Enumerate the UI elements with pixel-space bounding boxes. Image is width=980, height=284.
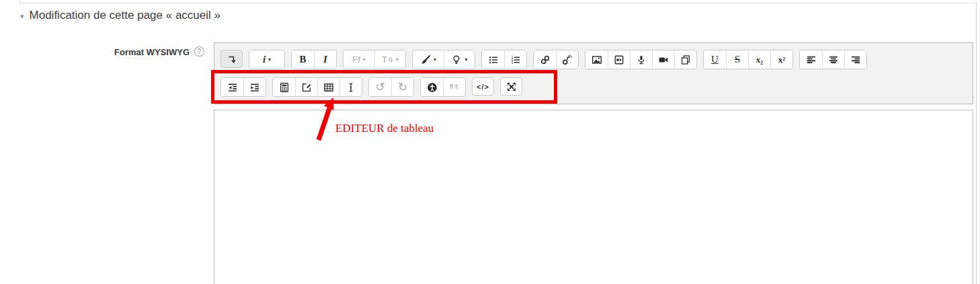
strikethrough-button[interactable]: S [726,50,748,69]
align-left-icon [806,55,817,65]
section-title: Modification de cette page « accueil » [30,9,220,22]
toolbar-row-1: i ▾ B I Ff ▾ T ⇅ ▾ [220,50,967,69]
highlight-color-button[interactable]: ▾ [444,50,475,69]
toolbar-toggle-icon [227,54,237,65]
edit-button[interactable] [295,78,317,96]
underline-button[interactable]: U [704,50,726,69]
undo-button[interactable]: ↺ [369,78,391,96]
collapse-toggle-icon[interactable]: ▾ [20,12,24,21]
unordered-list-icon [488,55,499,65]
record-video-icon [658,55,669,65]
unordered-list-button[interactable] [482,50,504,69]
bold-italic-group: B I [291,50,337,69]
media-icon [614,55,624,65]
text-cursor-button[interactable] [339,78,362,96]
strikethrough-icon: S [735,55,740,65]
field-label: Format WYSIWYG [0,47,190,57]
unlink-icon [562,55,573,65]
fullscreen-button[interactable] [500,77,522,96]
link-icon [540,55,550,65]
outdent-icon [227,82,238,93]
font-family-icon: Ff [352,55,360,65]
media-group [585,50,697,69]
chevron-down-icon: ▾ [396,57,399,63]
editor-toolbar: i ▾ B I Ff ▾ T ⇅ ▾ [214,42,973,104]
outdent-button[interactable] [221,78,243,96]
styles-group: i ▾ [249,50,285,69]
text-color-button[interactable]: ▾ [413,50,444,69]
image-icon [591,55,602,65]
paragraph-styles-icon: i [263,55,266,65]
editor-content-area[interactable] [214,110,973,284]
section-header[interactable]: ▾ Modification de cette page « accueil » [20,9,220,22]
undo-icon: ↺ [375,81,384,93]
chevron-down-icon: ▾ [464,57,467,63]
toggle-toolbar-button[interactable] [220,50,243,68]
align-right-icon [850,55,861,65]
redo-icon: ↻ [398,81,407,93]
html-icon: </> [477,83,489,91]
chevron-down-icon: ▾ [434,57,436,63]
accessibility-icon [427,82,438,93]
bold-button[interactable]: B [292,50,314,69]
font-size-icon: T [382,55,387,65]
superscript-button[interactable]: x² [770,50,792,69]
table-icon [323,82,334,93]
record-audio-button[interactable] [630,50,652,69]
indent-icon [249,82,260,93]
accessibility-checker-button[interactable] [421,78,443,96]
toolbar-row-2: ↺ ↻ </> [220,77,967,97]
align-group [799,50,867,69]
page: ▾ Modification de cette page « accueil »… [0,0,980,284]
text-color-icon [420,55,431,65]
align-center-button[interactable] [822,50,844,69]
font-group: Ff ▾ T ⇅ ▾ [343,50,406,69]
screenreader-helper-button[interactable] [443,78,465,96]
font-size-button[interactable]: T ⇅ ▾ [374,50,405,69]
list-group: 123 [481,50,527,69]
underline-icon: U [711,55,719,65]
equation-icon [279,82,290,93]
font-family-button[interactable]: Ff ▾ [343,50,374,69]
subscript-button[interactable]: x₂ [748,50,770,69]
chevron-down-icon: ▾ [363,57,366,63]
help-icon[interactable]: ? [194,46,204,57]
unlink-button[interactable] [556,50,578,69]
html-button[interactable]: </> [472,77,494,96]
link-group [533,50,579,69]
bold-icon: B [299,55,306,65]
link-button[interactable] [534,50,556,69]
page-right-border [976,3,977,284]
manage-files-icon [680,55,691,65]
manage-files-button[interactable] [674,50,696,69]
subscript-icon: x₂ [756,55,763,64]
annotation-label: EDITEUR de tableau [335,122,434,135]
left-border-stub [19,0,19,3]
superscript-icon: x² [778,55,785,64]
svg-text:3: 3 [512,61,514,65]
history-group: ↺ ↻ [368,77,414,97]
equation-button[interactable] [273,78,295,96]
text-style-group: U S x₂ x² [703,50,793,69]
color-group: ▾ ▾ [412,50,475,69]
ordered-list-button[interactable]: 123 [504,50,526,69]
paragraph-styles-button[interactable]: i ▾ [249,50,284,69]
align-right-button[interactable] [844,50,866,69]
image-button[interactable] [585,50,608,69]
ordered-list-icon: 123 [510,55,521,65]
font-size-arrows-icon: ⇅ [388,57,393,63]
insert-group [272,77,362,97]
table-button[interactable] [317,78,339,96]
indent-button[interactable] [243,78,266,96]
top-divider [19,3,976,3]
redo-button[interactable]: ↻ [391,78,413,96]
italic-button[interactable]: I [314,50,336,69]
italic-icon: I [323,55,327,65]
accessibility-group [420,77,466,97]
record-audio-icon [636,55,647,65]
edit-icon [301,82,312,93]
align-left-button[interactable] [800,50,822,69]
screenreader-icon [448,82,460,93]
media-button[interactable] [608,50,630,69]
record-video-button[interactable] [652,50,674,69]
